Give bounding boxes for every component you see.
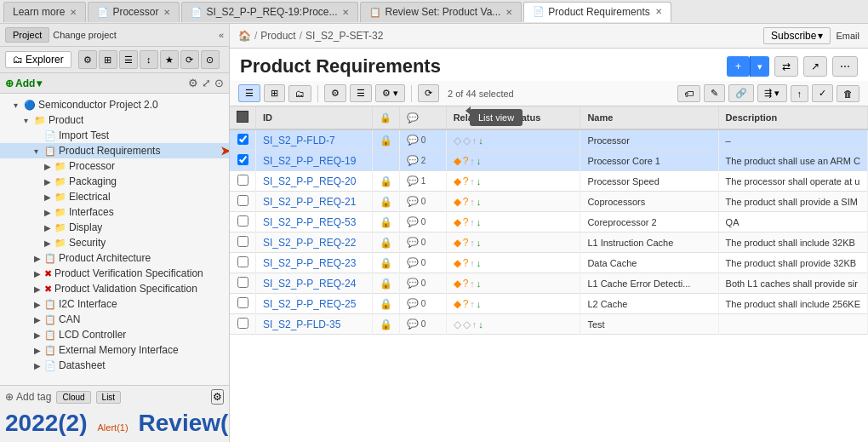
row-comment-cell[interactable]: 💬0 <box>399 212 446 232</box>
more-actions-button[interactable]: ⋯ <box>832 56 858 77</box>
row-checkbox-cell[interactable] <box>230 192 256 212</box>
tree-view-button[interactable]: 🗂 <box>288 85 311 102</box>
create-button[interactable]: + <box>727 56 750 77</box>
sidebar-item-product-architecture[interactable]: ▶ 📋 Product Architecture <box>0 250 229 266</box>
row-checkbox-cell[interactable] <box>230 212 256 232</box>
table-row[interactable]: SI_S2_P-FLD-35🔒💬0◇◇↑↓Test <box>230 314 868 335</box>
sidebar-item-lcd[interactable]: ▶ 📋 LCD Controller <box>0 327 229 342</box>
create-dropdown-button[interactable]: ▾ <box>750 56 769 77</box>
list-button2[interactable]: ☰ <box>119 50 138 69</box>
checkbox-header[interactable] <box>230 106 256 129</box>
row-comment-cell[interactable]: 💬0 <box>399 192 446 212</box>
sidebar-item-pvals[interactable]: ▶ ✖ Product Validation Specification <box>0 281 229 296</box>
table-row[interactable]: SI_S2_P-P_REQ-24🔒💬0◆?↑↓L1 Cache Error De… <box>230 273 868 294</box>
expand-button[interactable]: ⤢ <box>202 77 211 89</box>
filter-toolbar-button[interactable]: ⚙ <box>324 84 346 102</box>
settings-button[interactable]: ⚙ <box>188 77 198 89</box>
row-checkbox[interactable] <box>237 318 248 329</box>
row-comment-cell[interactable]: 💬0 <box>399 232 446 253</box>
row-comment-cell[interactable]: 💬0 <box>399 129 446 151</box>
row-checkbox[interactable] <box>237 236 248 247</box>
row-id-cell[interactable]: SI_S2_P-FLD-35 <box>256 314 373 335</box>
sidebar-item-display[interactable]: ▶ 📁 Display <box>0 220 229 235</box>
sidebar-item-security[interactable]: ▶ 📁 Security <box>0 235 229 250</box>
sidebar-item-electrical[interactable]: ▶ 📁 Electrical <box>0 189 229 204</box>
alert-label[interactable]: Alert(1) <box>98 422 128 433</box>
sidebar-item-can[interactable]: ▶ 📋 CAN <box>0 312 229 327</box>
row-id-cell[interactable]: SI_S2_P-P_REQ-25 <box>256 294 373 314</box>
approve-button[interactable]: ✓ <box>812 84 833 102</box>
row-checkbox-cell[interactable] <box>230 253 256 273</box>
row-id-link[interactable]: SI_S2_P-P_REQ-19 <box>263 155 356 167</box>
tag-button[interactable]: 🏷 <box>677 85 700 102</box>
tab-close-review-set[interactable]: ✕ <box>505 8 512 17</box>
row-id-cell[interactable]: SI_S2_P-P_REQ-20 <box>256 171 373 192</box>
tab-close-req19[interactable]: ✕ <box>342 8 349 17</box>
delete-button[interactable]: 🗑 <box>837 85 859 102</box>
card-view-button[interactable]: ⊞ <box>264 84 285 102</box>
subscribe-button[interactable]: Subscribe ▾ <box>763 27 831 44</box>
row-checkbox[interactable] <box>237 277 248 288</box>
row-comment-cell[interactable]: 💬0 <box>399 314 446 335</box>
tab-product-req[interactable]: 📄 Product Requirements ✕ <box>523 2 671 22</box>
id-column-header[interactable]: ID <box>256 106 373 129</box>
row-checkbox-cell[interactable] <box>230 151 256 171</box>
name-column-header[interactable]: Name <box>580 106 718 129</box>
sidebar-item-packaging[interactable]: ▶ 📁 Packaging <box>0 174 229 189</box>
merge-button[interactable]: ⇶ ▾ <box>757 84 786 102</box>
add-tag-button[interactable]: ⊕ Add tag <box>5 391 51 403</box>
row-id-cell[interactable]: SI_S2_P-FLD-7 <box>256 129 373 151</box>
table-row[interactable]: SI_S2_P-FLD-7🔒💬0◇◇↑↓Processor– <box>230 129 868 151</box>
filter-button[interactable]: ⚙ <box>78 50 97 69</box>
row-id-link[interactable]: SI_S2_P-P_REQ-23 <box>263 257 356 269</box>
tab-close-processor[interactable]: ✕ <box>163 8 170 17</box>
row-checkbox-cell[interactable] <box>230 314 256 335</box>
sidebar-item-product[interactable]: ▾ 📁 Product <box>0 112 229 128</box>
row-id-link[interactable]: SI_S2_P-P_REQ-22 <box>263 237 356 249</box>
row-id-link[interactable]: SI_S2_P-P_REQ-53 <box>263 216 356 228</box>
row-comment-cell[interactable]: 💬2 <box>399 151 446 171</box>
sidebar-item-i2c[interactable]: ▶ 📋 I2C Interface <box>0 296 229 312</box>
row-id-cell[interactable]: SI_S2_P-P_REQ-22 <box>256 232 373 253</box>
row-checkbox-cell[interactable] <box>230 273 256 294</box>
change-project-button[interactable]: Change project <box>53 30 117 40</box>
row-id-link[interactable]: SI_S2_P-FLD-7 <box>263 135 335 146</box>
group-button[interactable]: ☰ <box>350 84 372 102</box>
cloud-button[interactable]: Cloud <box>56 391 90 404</box>
columns-button[interactable]: ⚙ ▾ <box>375 84 405 102</box>
project-button[interactable]: Project <box>5 27 49 43</box>
tab-close-product-req[interactable]: ✕ <box>655 7 662 16</box>
sidebar-item-import-test[interactable]: 📄 Import Test <box>0 128 229 143</box>
row-id-link[interactable]: SI_S2_P-P_REQ-21 <box>263 196 356 208</box>
row-id-link[interactable]: SI_S2_P-P_REQ-20 <box>263 175 356 187</box>
row-checkbox[interactable] <box>237 195 248 206</box>
refresh-toolbar-button[interactable]: ⟳ <box>418 84 439 102</box>
row-checkbox[interactable] <box>237 215 248 227</box>
description-column-header[interactable]: Description <box>718 106 867 129</box>
table-row[interactable]: SI_S2_P-P_REQ-23🔒💬0◆?↑↓Data CacheThe pro… <box>230 253 868 273</box>
row-comment-cell[interactable]: 💬0 <box>399 273 446 294</box>
export-button[interactable]: ↑ <box>791 85 809 102</box>
sidebar-item-datasheet[interactable]: ▶ 📄 Datasheet <box>0 358 229 373</box>
row-id-cell[interactable]: SI_S2_P-P_REQ-24 <box>256 273 373 294</box>
sync-button[interactable]: ⇄ <box>774 56 798 77</box>
edit-button[interactable]: ✎ <box>704 84 725 102</box>
table-row[interactable]: SI_S2_P-P_REQ-19💬2◆?↑↓Processor Core 1Th… <box>230 151 868 171</box>
collapse-sidebar-button[interactable]: « <box>219 30 224 40</box>
tab-review-set[interactable]: 📋 Review Set: Product Va... ✕ <box>360 2 522 22</box>
sidebar-item-product-requirements[interactable]: ▾ 📋 Product Requirements ➤ <box>0 143 229 158</box>
row-checkbox[interactable] <box>237 297 248 308</box>
tab-close-learn-more[interactable]: ✕ <box>70 8 77 17</box>
home-icon[interactable]: 🏠 <box>238 30 251 42</box>
sidebar-item-pvs[interactable]: ▶ ✖ Product Verification Specification <box>0 266 229 281</box>
share-button[interactable]: ↗ <box>803 56 827 77</box>
sidebar-settings-button[interactable]: ⚙ <box>211 389 224 405</box>
row-checkbox[interactable] <box>237 154 248 165</box>
breadcrumb-product[interactable]: Product <box>260 30 295 42</box>
row-checkbox-cell[interactable] <box>230 129 256 151</box>
tab-req19[interactable]: 📄 SI_S2_P-P_REQ-19:Proce... ✕ <box>181 2 358 22</box>
row-id-link[interactable]: SI_S2_P-FLD-35 <box>263 319 340 330</box>
tab-processor[interactable]: 📄 Processor ✕ <box>88 2 180 22</box>
row-id-link[interactable]: SI_S2_P-P_REQ-24 <box>263 278 356 290</box>
link-button[interactable]: 🔗 <box>728 84 754 102</box>
